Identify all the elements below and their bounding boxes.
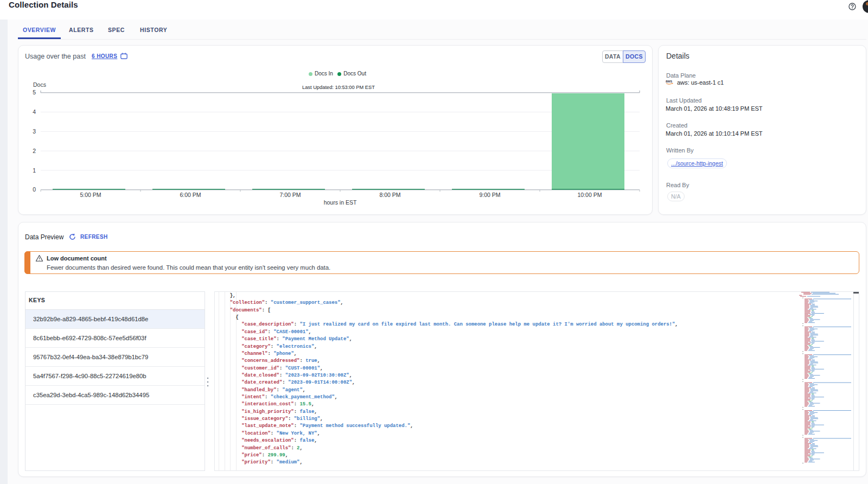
svg-text:5: 5 (33, 89, 36, 95)
svg-text:aws: aws (666, 79, 673, 83)
svg-text:2: 2 (33, 148, 36, 154)
svg-text:5:00 PM: 5:00 PM (80, 192, 101, 198)
svg-text:4: 4 (33, 109, 36, 115)
svg-text:6:00 PM: 6:00 PM (180, 192, 201, 198)
svg-text:hours in EST: hours in EST (324, 199, 357, 206)
svg-text:7:00 PM: 7:00 PM (279, 192, 301, 198)
svg-text:0: 0 (33, 186, 36, 193)
svg-text:8:00 PM: 8:00 PM (379, 192, 400, 198)
svg-text:1: 1 (33, 167, 36, 174)
svg-text:10:00 PM: 10:00 PM (578, 192, 602, 198)
svg-text:9:00 PM: 9:00 PM (479, 192, 500, 198)
svg-text:3: 3 (33, 128, 36, 135)
